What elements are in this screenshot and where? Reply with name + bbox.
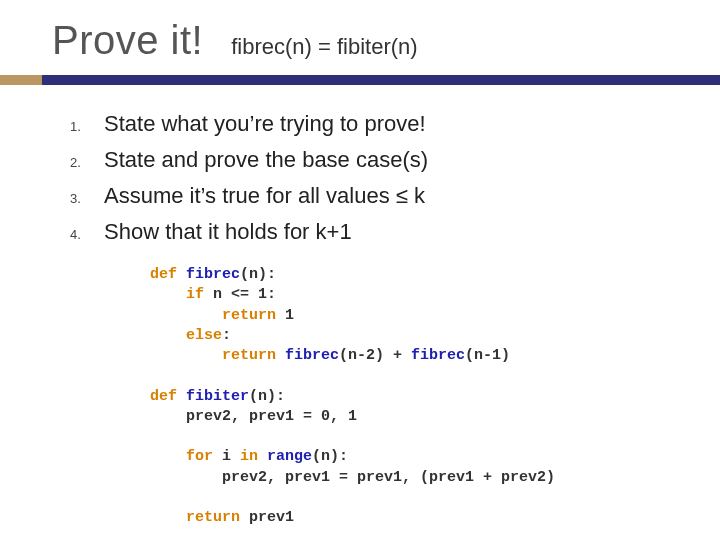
step-text: State what you’re trying to prove! bbox=[104, 111, 426, 137]
code-line: return 1 bbox=[150, 306, 720, 326]
code-line: prev2, prev1 = 0, 1 bbox=[150, 407, 720, 427]
code-line: if n <= 1: bbox=[150, 285, 720, 305]
step-number: 1. bbox=[70, 119, 104, 134]
code-line: else: bbox=[150, 326, 720, 346]
code-line: prev2, prev1 = prev1, (prev1 + prev2) bbox=[150, 468, 720, 488]
steps-list: 1. State what you’re trying to prove! 2.… bbox=[0, 85, 720, 245]
step-number: 4. bbox=[70, 227, 104, 242]
code-line: return prev1 bbox=[150, 508, 720, 528]
step-text: State and prove the base case(s) bbox=[104, 147, 428, 173]
code-line bbox=[150, 427, 720, 447]
list-item: 4. Show that it holds for k+1 bbox=[70, 219, 680, 245]
code-line: def fibiter(n): bbox=[150, 387, 720, 407]
title-row: Prove it! fibrec(n) = fibiter(n) bbox=[0, 18, 720, 73]
step-number: 3. bbox=[70, 191, 104, 206]
step-number: 2. bbox=[70, 155, 104, 170]
code-line: return fibrec(n-2) + fibrec(n-1) bbox=[150, 346, 720, 366]
code-line: for i in range(n): bbox=[150, 447, 720, 467]
step-text: Show that it holds for k+1 bbox=[104, 219, 352, 245]
step-text: Assume it’s true for all values ≤ k bbox=[104, 183, 425, 209]
page-subtitle: fibrec(n) = fibiter(n) bbox=[231, 34, 417, 60]
list-item: 3. Assume it’s true for all values ≤ k bbox=[70, 183, 680, 209]
slide: Prove it! fibrec(n) = fibiter(n) 1. Stat… bbox=[0, 0, 720, 540]
list-item: 2. State and prove the base case(s) bbox=[70, 147, 680, 173]
divider-bar bbox=[0, 75, 720, 85]
code-line bbox=[150, 366, 720, 386]
page-title: Prove it! bbox=[52, 18, 203, 63]
code-line bbox=[150, 488, 720, 508]
code-block: def fibrec(n): if n <= 1: return 1 else:… bbox=[0, 255, 720, 528]
list-item: 1. State what you’re trying to prove! bbox=[70, 111, 680, 137]
code-line: def fibrec(n): bbox=[150, 265, 720, 285]
